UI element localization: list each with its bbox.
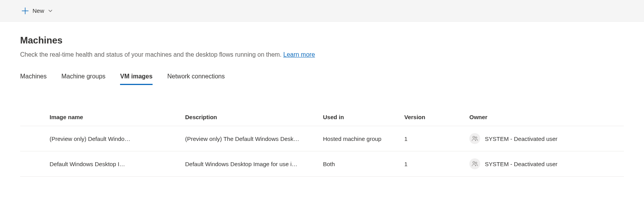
new-button[interactable]: New <box>19 5 56 17</box>
owner-name: SYSTEM - Deactivated user <box>485 135 558 142</box>
cell-version: 1 <box>404 126 469 151</box>
table-header-row: Image name Description Used in Version O… <box>20 108 624 126</box>
header-used-in[interactable]: Used in <box>323 108 404 126</box>
page-title: Machines <box>20 35 624 46</box>
page-subtitle: Check the real-time health and status of… <box>20 51 624 58</box>
cell-owner: SYSTEM - Deactivated user <box>469 158 624 169</box>
vm-images-table: Image name Description Used in Version O… <box>20 108 624 177</box>
tab-vm-images[interactable]: VM images <box>120 73 153 85</box>
person-icon <box>469 133 480 144</box>
cell-image-name: (Preview only) Default Windo… <box>50 135 185 142</box>
command-bar: New <box>0 0 644 22</box>
subtitle-text: Check the real-time health and status of… <box>20 51 283 58</box>
chevron-down-icon <box>48 9 53 13</box>
cell-description: Default Windows Desktop Image for use i… <box>185 161 323 167</box>
header-version[interactable]: Version <box>404 108 469 126</box>
person-icon <box>469 158 480 169</box>
header-owner[interactable]: Owner <box>469 108 624 126</box>
cell-description: (Preview only) The Default Windows Desk… <box>185 135 323 142</box>
plus-icon <box>22 7 29 14</box>
svg-point-0 <box>473 136 475 138</box>
svg-point-1 <box>476 137 477 139</box>
table-row[interactable]: Default Windows Desktop I… Default Windo… <box>20 151 624 177</box>
tab-network-connections[interactable]: Network connections <box>167 73 225 85</box>
owner-name: SYSTEM - Deactivated user <box>485 161 558 167</box>
table-row[interactable]: (Preview only) Default Windo… (Preview o… <box>20 126 624 151</box>
new-button-label: New <box>33 7 44 14</box>
svg-point-3 <box>476 162 477 164</box>
header-description[interactable]: Description <box>185 108 323 126</box>
cell-owner: SYSTEM - Deactivated user <box>469 133 624 144</box>
header-image-name[interactable]: Image name <box>50 108 185 126</box>
content-area: Machines Check the real-time health and … <box>0 22 644 190</box>
cell-used-in: Hosted machine group <box>323 126 404 151</box>
cell-used-in: Both <box>323 151 404 177</box>
learn-more-link[interactable]: Learn more <box>283 51 315 58</box>
tab-machine-groups[interactable]: Machine groups <box>61 73 105 85</box>
svg-point-2 <box>473 161 475 163</box>
tabs: Machines Machine groups VM images Networ… <box>20 73 624 85</box>
cell-version: 1 <box>404 151 469 177</box>
cell-image-name: Default Windows Desktop I… <box>50 161 185 167</box>
tab-machines[interactable]: Machines <box>20 73 46 85</box>
